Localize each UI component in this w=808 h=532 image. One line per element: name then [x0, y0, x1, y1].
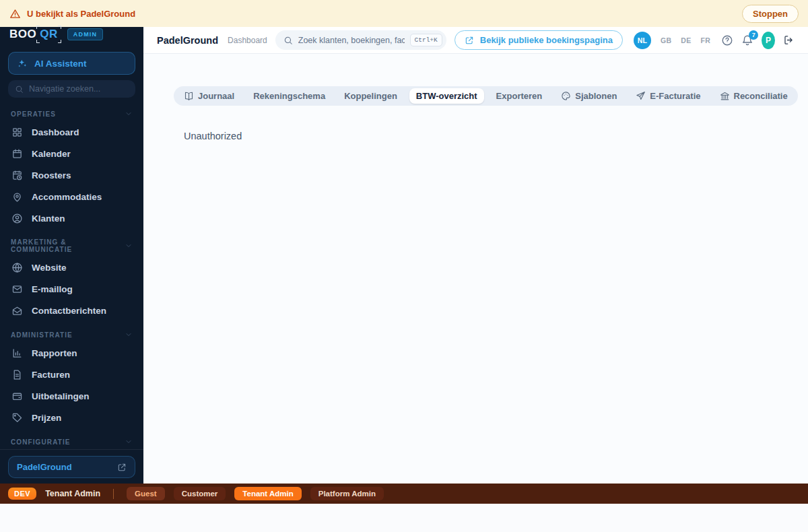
divider: [113, 489, 114, 499]
sidebar-item-klanten[interactable]: Klanten: [0, 207, 143, 229]
logout-icon[interactable]: [783, 34, 795, 46]
search-icon: [283, 36, 293, 45]
settings-tabs: JournaalRekeningschemaKoppelingenBTW-ove…: [174, 86, 798, 106]
global-search[interactable]: Ctrl+K: [275, 30, 446, 50]
main-content: JournaalRekeningschemaKoppelingenBTW-ove…: [143, 54, 808, 484]
mail-icon: [11, 284, 23, 295]
sidebar-item-label: Website: [32, 263, 67, 273]
tab-koppelingen[interactable]: Koppelingen: [337, 88, 404, 104]
sidebar-item-label: Uitbetalingen: [32, 391, 90, 401]
sidebar-nav: OPERATIESDashboardKalenderRoostersAccomm…: [0, 100, 143, 449]
current-role-label: Tenant Admin: [45, 489, 100, 498]
unauthorized-message: Unauthorized: [184, 131, 808, 141]
sidebar-section-operaties[interactable]: OPERATIES: [0, 100, 143, 121]
file-text-icon: [11, 369, 23, 380]
sidebar-section-administratie[interactable]: ADMINISTRATIE: [0, 321, 143, 342]
role-button-guest[interactable]: Guest: [127, 487, 165, 500]
sidebar-search[interactable]: [8, 80, 135, 98]
sidebar-footer: PadelGround: [0, 449, 143, 484]
logo-qr-frame: QR: [37, 27, 61, 42]
sidebar-item-rapporten[interactable]: Rapporten: [0, 342, 143, 364]
sidebar-item-label: Kalender: [32, 149, 71, 159]
notification-badge: 7: [749, 30, 758, 40]
chevron-down-icon: [125, 242, 133, 250]
warning-triangle-icon: [9, 8, 21, 20]
admin-badge: ADMIN: [67, 28, 104, 40]
dev-role-bar: DEV Tenant Admin GuestCustomerTenant Adm…: [0, 484, 808, 504]
stop-impersonation-button[interactable]: Stoppen: [742, 5, 799, 23]
sidebar-item-roosters[interactable]: Roosters: [0, 164, 143, 186]
tenant-link[interactable]: PadelGround: [8, 456, 135, 478]
top-header: PadelGround Dashboard Ctrl+K Bekijk publ…: [143, 27, 808, 54]
help-icon[interactable]: [721, 34, 733, 46]
mail-open-icon: [11, 305, 23, 317]
palette-icon: [561, 91, 571, 101]
sidebar: BOOQR ADMIN AI Assistent OPERATIESDashbo…: [0, 27, 143, 484]
impersonation-message: U bekijkt als PadelGround: [27, 9, 135, 19]
external-link-icon: [465, 36, 474, 45]
sidebar-item-accommodaties[interactable]: Accommodaties: [0, 186, 143, 207]
notifications-bell[interactable]: 7: [741, 34, 753, 46]
sidebar-item-label: Contactberichten: [32, 306, 106, 316]
tab-journaal[interactable]: Journaal: [177, 88, 241, 104]
search-shortcut-kbd: Ctrl+K: [410, 34, 442, 46]
user-circle-icon: [11, 213, 23, 224]
breadcrumb: Dashboard: [228, 36, 267, 45]
sidebar-item-label: Klanten: [32, 213, 65, 224]
tab-sjablonen[interactable]: Sjablonen: [554, 88, 624, 104]
sidebar-item-facturen[interactable]: Facturen: [0, 364, 143, 385]
sidebar-item-prijzen[interactable]: Prijzen: [0, 407, 143, 428]
chevron-down-icon: [125, 331, 133, 339]
logo-text: BOO: [9, 28, 36, 41]
sidebar-item-dashboard[interactable]: Dashboard: [0, 121, 143, 143]
tab-btw-overzicht[interactable]: BTW-overzicht: [409, 88, 484, 104]
chevron-down-icon: [125, 110, 133, 118]
language-option-gb[interactable]: GB: [661, 36, 671, 44]
sparkles-icon: [17, 58, 28, 69]
language-switcher: NLGBDEFR: [634, 32, 710, 49]
globe-icon: [11, 262, 23, 273]
sidebar-item-label: Accommodaties: [32, 192, 102, 202]
sidebar-section-configuratie[interactable]: CONFIGURATIE: [0, 428, 143, 449]
sidebar-item-kalender[interactable]: Kalender: [0, 143, 143, 164]
sidebar-item-label: Prijzen: [32, 413, 61, 423]
search-icon: [15, 85, 24, 94]
tab-exporteren[interactable]: Exporteren: [490, 88, 549, 104]
sidebar-item-e-maillog[interactable]: E-maillog: [0, 278, 143, 300]
bank-icon: [720, 91, 730, 101]
sidebar-item-contactberichten[interactable]: Contactberichten: [0, 300, 143, 321]
app-logo[interactable]: BOOQR: [9, 27, 61, 42]
sidebar-item-label: Rapporten: [32, 348, 77, 358]
tab-e-facturatie[interactable]: E-Facturatie: [629, 88, 707, 104]
tab-reconciliatie[interactable]: Reconciliatie: [713, 88, 795, 104]
tag-icon: [11, 412, 23, 424]
ai-assistant-button[interactable]: AI Assistent: [8, 52, 135, 75]
sidebar-item-label: Dashboard: [32, 127, 79, 137]
role-button-customer[interactable]: Customer: [174, 487, 226, 500]
bar-chart-icon: [11, 347, 23, 359]
sidebar-item-uitbetalingen[interactable]: Uitbetalingen: [0, 385, 143, 407]
sidebar-item-label: Roosters: [32, 170, 71, 180]
grid-icon: [11, 127, 23, 138]
language-option-de[interactable]: DE: [681, 36, 691, 44]
language-option-fr[interactable]: FR: [701, 36, 711, 44]
public-booking-page-button[interactable]: Bekijk publieke boekingspagina: [454, 30, 623, 50]
wallet-icon: [11, 391, 23, 402]
role-button-platform-admin[interactable]: Platform Admin: [310, 487, 384, 500]
role-button-tenant-admin[interactable]: Tenant Admin: [234, 487, 301, 500]
sidebar-search-input[interactable]: [29, 84, 116, 94]
external-link-icon: [117, 463, 127, 472]
sidebar-item-label: Facturen: [32, 370, 70, 380]
global-search-input[interactable]: [298, 36, 405, 45]
sidebar-item-label: E-maillog: [32, 284, 73, 294]
calendar-clock-icon: [11, 170, 23, 181]
book-open-icon: [184, 91, 194, 101]
page-title: PadelGround: [157, 35, 218, 46]
dev-badge: DEV: [8, 488, 36, 500]
sidebar-item-website[interactable]: Website: [0, 257, 143, 278]
ai-assistant-label: AI Assistent: [34, 59, 87, 69]
tab-rekeningschema[interactable]: Rekeningschema: [246, 88, 332, 104]
sidebar-section-marketing-communicatie[interactable]: MARKETING & COMMUNICATIE: [0, 229, 143, 257]
avatar[interactable]: P: [762, 32, 775, 49]
language-option-nl[interactable]: NL: [634, 32, 651, 49]
